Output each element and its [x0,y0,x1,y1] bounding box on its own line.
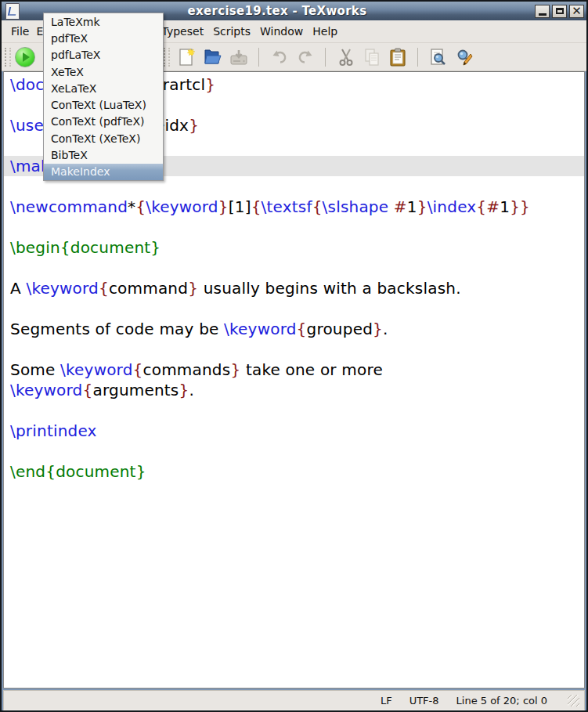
find-icon [428,47,449,67]
app-icon [5,3,20,20]
menu-scripts[interactable]: Scripts [208,23,255,40]
edit-toolbar-group [161,46,474,67]
paste-button[interactable] [387,46,408,67]
toolbar-separator [417,48,418,67]
undo-icon [269,47,290,67]
close-icon: ✕ [572,5,582,17]
typeset-option-pdflatex[interactable]: pdfLaTeX [44,47,163,63]
typeset-option-pdftex[interactable]: pdfTeX [44,30,163,46]
editor-line-8[interactable] [4,217,584,237]
minimize-icon [539,13,547,16]
editor-line-7[interactable]: \newcommand*{\keyword}[1]{\textsf{\slsha… [4,197,584,217]
typeset-option-context-pdftex[interactable]: ConTeXt (pdfTeX) [44,114,163,130]
line-ending-indicator: LF [381,695,392,707]
window-controls: ✕ [535,5,584,18]
editor-line-20[interactable]: \end{document} [4,461,584,482]
maximize-icon [556,8,564,14]
editor-line-11[interactable]: A \keyword{command} usually begins with … [4,278,584,298]
redo-icon [295,47,316,67]
paste-clipboard-icon [388,47,408,67]
editor-line-12[interactable] [4,298,584,319]
editor-line-16[interactable]: \keyword{arguments}. [4,380,584,400]
cut-button[interactable] [335,46,356,67]
typeset-option-xelatex[interactable]: XeLaTeX [44,80,163,96]
toolbar-handle[interactable] [5,48,11,67]
typeset-engine-dropdown: LaTeXmkpdfTeXpdfLaTeXXeTeXXeLaTeXConTeXt… [43,13,164,181]
undo-button[interactable] [269,46,290,67]
copy-button[interactable] [361,46,382,67]
typeset-option-context-xetex[interactable]: ConTeXt (XeTeX) [44,130,163,146]
menu-help[interactable]: Help [308,23,342,40]
toolbar-separator [325,48,326,67]
typeset-option-bibtex[interactable]: BibTeX [44,146,163,163]
editor-line-15[interactable]: Some \keyword{commands} take one or more [4,360,584,380]
editor-line-18[interactable]: \printindex [4,421,584,441]
redo-button[interactable] [294,46,316,67]
menu-window[interactable]: Window [255,23,308,40]
cursor-position-indicator: Line 5 of 20; col 0 [456,695,547,707]
typeset-run-button[interactable] [14,46,35,67]
find-button[interactable] [427,46,449,67]
editor-line-17[interactable] [4,400,584,421]
typeset-option-context-luatex[interactable]: ConTeXt (LuaTeX) [44,96,163,113]
editor-line-14[interactable] [4,339,584,360]
open-folder-icon [203,47,223,67]
cut-scissors-icon [336,47,356,67]
editor-line-13[interactable]: Segments of code may be \keyword{grouped… [4,319,584,339]
menu-typeset[interactable]: Typeset [157,23,209,40]
save-document-button[interactable] [228,46,249,67]
typeset-option-makeindex[interactable]: MakeIndex [44,164,163,180]
minimize-button[interactable] [535,5,550,18]
menu-file[interactable]: File [6,23,34,40]
copy-icon [362,47,382,67]
new-document-button[interactable] [176,46,197,67]
texworks-window: exercise19.tex - TeXworks ✕ FileEditType… [0,0,588,712]
toolbar-separator [258,48,259,67]
maximize-button[interactable] [552,5,567,18]
editor-line-9[interactable]: \begin{document} [4,237,584,258]
typeset-option-xetex[interactable]: XeTeX [44,63,163,80]
typeset-toolbar-group [14,46,35,67]
typeset-option-latexmk[interactable]: LaTeXmk [44,13,163,30]
new-document-icon [177,47,197,67]
find-replace-button[interactable] [453,46,474,67]
encoding-indicator: UTF-8 [409,695,439,707]
find-replace-icon [454,47,474,67]
close-button[interactable]: ✕ [569,5,584,18]
toolbar-handle[interactable] [164,48,170,67]
resize-grip[interactable] [568,695,579,707]
editor-line-19[interactable] [4,441,584,461]
status-bar: LF UTF-8 Line 5 of 20; col 0 [3,690,585,710]
play-icon [15,47,35,67]
save-icon [229,47,249,67]
open-document-button[interactable] [202,46,223,67]
editor-line-10[interactable] [4,258,584,278]
